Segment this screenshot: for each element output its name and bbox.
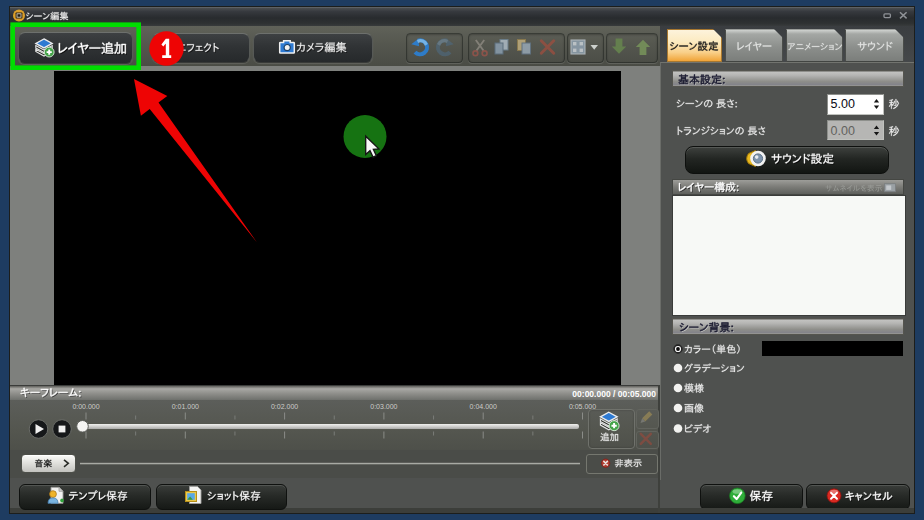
svg-text:0:05.000: 0:05.000 [569, 403, 596, 410]
svg-text:00:00.000 / 00:05.000: 00:00.000 / 00:05.000 [572, 389, 656, 399]
svg-text:0:01.000: 0:01.000 [172, 403, 199, 410]
svg-text:0:03.000: 0:03.000 [370, 403, 397, 410]
svg-text:0.00: 0.00 [831, 124, 855, 138]
svg-text:0:04.000: 0:04.000 [470, 403, 497, 410]
svg-text:5.00: 5.00 [831, 97, 855, 111]
svg-text:0:02.000: 0:02.000 [271, 403, 298, 410]
svg-text:0:00.000: 0:00.000 [72, 403, 99, 410]
